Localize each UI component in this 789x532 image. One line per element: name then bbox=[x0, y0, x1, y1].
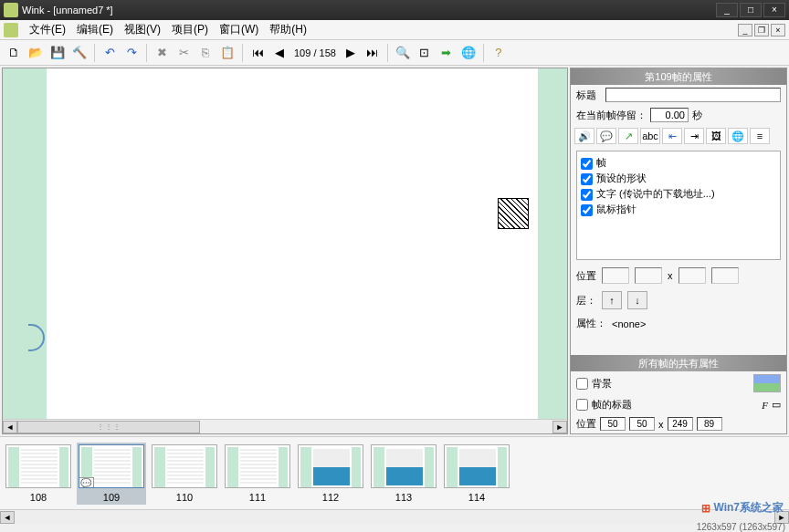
scroll-right-button[interactable]: ► bbox=[552, 421, 567, 433]
first-icon[interactable]: ⏮ bbox=[247, 43, 268, 63]
chk-text[interactable]: 文字 (传说中的下载地址...) bbox=[581, 186, 776, 202]
mdi-restore[interactable]: ❐ bbox=[754, 24, 769, 37]
layers-list: 帧 预设的形状 文字 (传说中的下载地址...) 鼠标指针 bbox=[576, 151, 781, 260]
layer-label: 层： bbox=[576, 294, 596, 308]
callout-icon[interactable]: 💬 bbox=[596, 128, 616, 144]
thumb-111[interactable]: 111 bbox=[225, 444, 290, 503]
properties-header: 第109帧的属性 bbox=[571, 68, 786, 85]
link-icon[interactable]: ⇥ bbox=[684, 128, 704, 144]
goto-icon[interactable]: ⇤ bbox=[662, 128, 682, 144]
canvas[interactable] bbox=[3, 68, 567, 419]
attr-value: <none> bbox=[612, 318, 646, 329]
layer-down-button[interactable]: ↓ bbox=[627, 291, 647, 309]
doc-icon bbox=[4, 23, 18, 37]
common-pos-w[interactable] bbox=[668, 417, 693, 431]
window-title: Wink - [unnamed7 *] bbox=[22, 5, 716, 16]
frametitle-checkbox[interactable] bbox=[576, 399, 588, 411]
frametitle-label: 帧的标题 bbox=[592, 398, 632, 412]
stay-input[interactable] bbox=[650, 108, 689, 122]
preset-shape[interactable] bbox=[498, 198, 529, 229]
pos-h-input[interactable] bbox=[711, 267, 739, 284]
menu-help[interactable]: 帮助(H) bbox=[264, 20, 312, 39]
frame-position: 109 / 158 bbox=[291, 47, 339, 58]
thumb-109[interactable]: 💬109 bbox=[77, 443, 146, 505]
layer-up-button[interactable]: ↑ bbox=[602, 291, 622, 309]
image-icon[interactable]: 🖼 bbox=[706, 128, 726, 144]
status-dimensions: 1263x597 (1263x597) bbox=[697, 522, 785, 532]
chk-preset[interactable]: 预设的形状 bbox=[581, 171, 776, 186]
thumb-112[interactable]: 112 bbox=[298, 444, 363, 503]
property-tools: 🔊 💬 ↗ abc ⇤ ⇥ 🖼 🌐 ≡ bbox=[571, 125, 786, 147]
help-icon[interactable]: ? bbox=[489, 43, 509, 63]
thumb-scroll-track[interactable] bbox=[15, 511, 774, 524]
separator bbox=[94, 44, 95, 62]
more-icon[interactable]: ≡ bbox=[750, 128, 770, 144]
thumb-108[interactable]: 108 bbox=[5, 444, 71, 503]
menu-project[interactable]: 项目(P) bbox=[166, 20, 214, 39]
color-button[interactable]: ▭ bbox=[772, 399, 781, 411]
canvas-area: ◄ ⋮⋮⋮ ► bbox=[2, 68, 568, 434]
thumb-scroll-left[interactable]: ◄ bbox=[0, 511, 15, 524]
mdi-close[interactable]: × bbox=[771, 24, 785, 37]
common-pos-h[interactable] bbox=[697, 417, 722, 431]
attr-label: 属性： bbox=[576, 317, 606, 330]
scroll-left-button[interactable]: ◄ bbox=[3, 421, 17, 433]
scroll-thumb[interactable]: ⋮⋮⋮ bbox=[17, 421, 200, 433]
new-icon[interactable]: 🗋 bbox=[4, 43, 24, 63]
separator bbox=[242, 44, 243, 62]
left-margin bbox=[3, 68, 47, 419]
undo-icon[interactable]: ↶ bbox=[100, 43, 120, 63]
chk-cursor[interactable]: 鼠标指针 bbox=[581, 202, 776, 217]
build-icon[interactable]: 🔨 bbox=[69, 43, 89, 63]
title-input[interactable] bbox=[605, 88, 781, 102]
close-button[interactable]: × bbox=[763, 3, 785, 17]
copy-icon[interactable]: ⎘ bbox=[195, 43, 216, 63]
arrow-icon[interactable]: ↗ bbox=[618, 128, 638, 144]
save-icon[interactable]: 💾 bbox=[47, 43, 68, 63]
minimize-button[interactable]: _ bbox=[716, 3, 738, 17]
delete-icon[interactable]: ✖ bbox=[152, 43, 172, 63]
bg-preview[interactable] bbox=[753, 374, 781, 392]
web-icon[interactable]: 🌐 bbox=[458, 43, 479, 63]
url-icon[interactable]: 🌐 bbox=[728, 128, 748, 144]
menu-window[interactable]: 窗口(W) bbox=[214, 20, 264, 39]
menu-view[interactable]: 视图(V) bbox=[119, 20, 166, 39]
thumb-110[interactable]: 110 bbox=[152, 444, 217, 503]
titlebar: Wink - [unnamed7 *] _ □ × bbox=[0, 0, 789, 20]
zoom-fit-icon[interactable]: ⊡ bbox=[415, 43, 435, 63]
prev-icon[interactable]: ◀ bbox=[269, 43, 289, 63]
x-sep: x bbox=[668, 270, 673, 281]
mdi-minimize[interactable]: _ bbox=[738, 24, 752, 37]
textbox-icon[interactable]: abc bbox=[640, 128, 660, 144]
bg-checkbox[interactable] bbox=[576, 378, 588, 390]
callout-badge-icon: 💬 bbox=[79, 477, 94, 488]
font-button[interactable]: F bbox=[762, 400, 768, 411]
menu-file[interactable]: 文件(E) bbox=[24, 20, 71, 39]
paste-icon[interactable]: 📋 bbox=[217, 43, 237, 63]
scroll-track[interactable]: ⋮⋮⋮ bbox=[17, 421, 552, 433]
sound-icon[interactable]: 🔊 bbox=[574, 128, 594, 144]
next-icon[interactable]: ▶ bbox=[341, 43, 361, 63]
pos-w-input[interactable] bbox=[679, 267, 706, 284]
redo-icon[interactable]: ↷ bbox=[121, 43, 142, 63]
maximize-button[interactable]: □ bbox=[740, 3, 762, 17]
right-margin bbox=[538, 68, 567, 419]
thumb-113[interactable]: 113 bbox=[371, 444, 437, 503]
horizontal-scrollbar[interactable]: ◄ ⋮⋮⋮ ► bbox=[3, 419, 567, 433]
common-pos-x[interactable] bbox=[600, 417, 626, 431]
watermark: ⊞ Win7系统之家 bbox=[701, 500, 784, 516]
open-icon[interactable]: 📂 bbox=[26, 43, 46, 63]
thumb-scrollbar[interactable]: ◄ ► bbox=[0, 509, 789, 524]
cut-icon[interactable]: ✂ bbox=[174, 43, 194, 63]
pos-y-input[interactable] bbox=[635, 267, 662, 284]
run-icon[interactable]: ➡ bbox=[437, 43, 457, 63]
zoom-out-icon[interactable]: 🔍 bbox=[393, 43, 413, 63]
pos-x-input[interactable] bbox=[602, 267, 629, 284]
chk-frame[interactable]: 帧 bbox=[581, 155, 776, 171]
menu-edit[interactable]: 编辑(E) bbox=[71, 20, 119, 39]
common-pos-y[interactable] bbox=[629, 417, 655, 431]
toolbar: 🗋 📂 💾 🔨 ↶ ↷ ✖ ✂ ⎘ 📋 ⏮ ◀ 109 / 158 ▶ ⏭ 🔍 … bbox=[0, 40, 789, 66]
thumb-114[interactable]: 114 bbox=[444, 444, 510, 503]
menubar: 文件(E) 编辑(E) 视图(V) 项目(P) 窗口(W) 帮助(H) _ ❐ … bbox=[0, 20, 789, 40]
last-icon[interactable]: ⏭ bbox=[363, 43, 383, 63]
